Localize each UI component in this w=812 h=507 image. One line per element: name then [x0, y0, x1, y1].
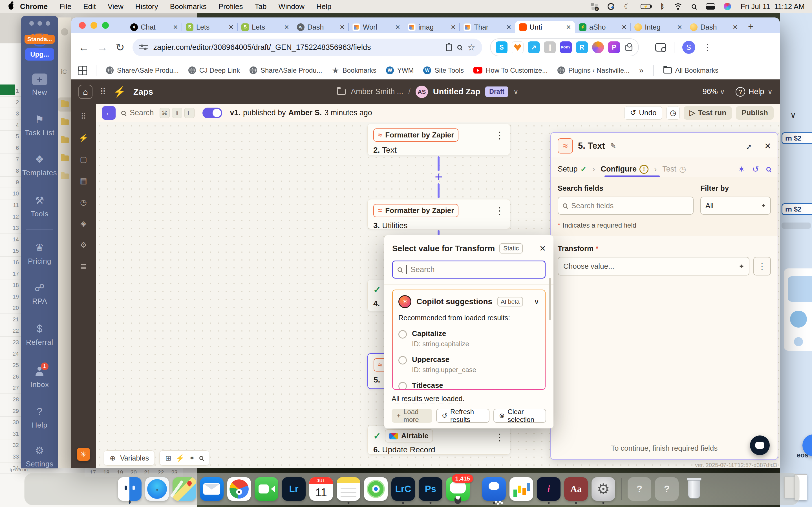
add-step-button[interactable]: + [433, 170, 445, 183]
back-to-zaps-button[interactable]: ← [102, 106, 116, 120]
dock-unknown[interactable]: ? [627, 477, 651, 501]
window-controls-inactive[interactable] [29, 21, 50, 25]
tab-close-icon[interactable]: × [621, 22, 627, 32]
browser-tab-thar[interactable]: Thar× [460, 21, 515, 33]
upgrade-button[interactable]: Upg... [25, 48, 54, 61]
tab-close-icon[interactable]: × [172, 22, 179, 32]
rail-tables-icon[interactable]: ▦ [77, 174, 90, 187]
zoom-lens-icon[interactable] [457, 45, 462, 50]
dock-facetime[interactable] [255, 477, 278, 501]
network-status-icon[interactable] [608, 3, 614, 10]
search-tabs-icon[interactable] [655, 43, 666, 52]
window-controls[interactable] [79, 22, 109, 29]
menu-item-profiles[interactable]: Profiles [213, 2, 249, 11]
apple-logo-icon[interactable] [8, 3, 14, 10]
forward-icon[interactable]: → [97, 41, 108, 54]
menu-item-edit[interactable]: Edit [77, 2, 102, 11]
bookmark-0[interactable]: ShareASale Produ... [106, 66, 179, 75]
extensions-puzzle-icon[interactable] [624, 43, 633, 52]
dock-system-settings[interactable]: ⚙ [592, 477, 615, 501]
zoom-level-button[interactable]: 96% ∨ [703, 87, 725, 96]
tab-close-icon[interactable]: × [284, 22, 290, 32]
dock-dictionary[interactable]: Aa [564, 477, 588, 501]
clipboard-icon[interactable] [446, 44, 452, 51]
menu-item-history[interactable]: History [130, 2, 164, 11]
tab-close-icon[interactable]: × [450, 22, 456, 32]
transform-option-titlecase[interactable]: TitlecaseID: string.titlecase [398, 381, 539, 390]
minimize-window-button[interactable] [91, 22, 97, 29]
step-menu-icon[interactable]: ⋮ [495, 432, 504, 443]
filter-by-select[interactable]: All [700, 196, 771, 215]
swatch-ext-icon[interactable] [592, 41, 604, 53]
back-icon[interactable]: ← [79, 41, 89, 54]
dock-findmy[interactable] [364, 477, 388, 501]
version-link[interactable]: v1. [230, 108, 241, 117]
poky-ext-icon[interactable]: POKY [560, 41, 572, 53]
search-icon[interactable] [766, 167, 771, 172]
sidebar-item-referral[interactable]: $Referral [26, 323, 53, 347]
modal-scrollbar[interactable] [549, 278, 551, 320]
dock-mail[interactable] [200, 477, 223, 501]
bookmark-5[interactable]: Site Tools [423, 66, 464, 75]
dock-octoparse[interactable] [482, 477, 506, 501]
tab-test[interactable]: Test◷ [662, 165, 686, 174]
zap-title[interactable]: Untitled Zap [433, 87, 480, 96]
profile-avatar[interactable]: S [682, 41, 695, 54]
tab-close-icon[interactable]: × [732, 22, 738, 32]
history-button[interactable]: ◷ [666, 106, 680, 120]
step-card-2[interactable]: ≈Formatter by Zapier ⋮ 2.Text [367, 124, 510, 155]
dock-lightroom-classic[interactable]: LrC [391, 477, 415, 501]
menu-item-chrome[interactable]: Chrome [20, 2, 54, 11]
sidebar-item-pricing[interactable]: ♛Pricing [28, 241, 51, 266]
sidebar-item-rpa[interactable]: ☍RPA [32, 281, 47, 305]
sidebar-item-task-list[interactable]: ⚑Task List [25, 113, 55, 137]
variables-button[interactable]: ⊕ Variables [104, 450, 155, 466]
tab-configure[interactable]: Configure! [601, 165, 649, 174]
browser-tab-lets[interactable]: SLets× [182, 21, 238, 33]
bookmark-4[interactable]: YWM [386, 66, 414, 75]
test-run-button[interactable]: ▷Test run [684, 106, 732, 120]
menu-item-window[interactable]: Window [272, 2, 310, 11]
sidebar-item-tools[interactable]: ⚒Tools [31, 194, 49, 218]
search-fields-input[interactable]: Search fields [558, 196, 694, 215]
field-menu-button[interactable]: ⋮ [753, 257, 771, 276]
chevron-down-icon[interactable]: ∨ [513, 88, 518, 96]
close-icon[interactable]: × [765, 140, 771, 152]
bookmark-7[interactable]: Plugins ‹ Nashville... [557, 66, 629, 75]
omnibox[interactable]: zapier.com/editor/308964005/draft/_GEN_1… [133, 39, 482, 56]
search-steps-button[interactable]: Search [121, 108, 154, 117]
dock-unknown[interactable]: ? [655, 477, 679, 501]
refresh-results-button[interactable]: ↺Refresh results [436, 409, 490, 423]
app-switcher-icon[interactable]: ⠿ [100, 87, 106, 97]
new-tab-button[interactable]: + [744, 20, 757, 33]
tab-close-icon[interactable]: × [339, 22, 345, 32]
dock-chrome[interactable] [227, 477, 251, 501]
tab-close-icon[interactable]: × [395, 22, 401, 32]
battery-icon[interactable] [641, 4, 651, 9]
bookmark-star-icon[interactable]: ☆ [467, 42, 475, 53]
dock-numbers[interactable] [509, 477, 533, 501]
browser-tab-unti[interactable]: Unti× [515, 21, 575, 33]
octoparse-extension-button[interactable]: ✳ [77, 448, 90, 461]
tab-close-icon[interactable]: × [228, 22, 234, 32]
sidebar-item-inbox[interactable]: Inbox1 [30, 365, 49, 389]
grid-icon[interactable]: ⊞ [165, 454, 171, 462]
chat-widget-button[interactable] [750, 436, 770, 455]
radio-icon[interactable] [398, 356, 407, 364]
sidebar-item-help[interactable]: ?Help [32, 405, 47, 430]
bookmark-6[interactable]: How To Customize... [473, 66, 548, 75]
tab-close-icon[interactable]: × [506, 22, 512, 32]
help-button[interactable]: ? Help ∨ [735, 87, 772, 97]
control-center-icon[interactable] [706, 3, 714, 10]
bookmark-2[interactable]: ShareASale Produ... [250, 66, 322, 75]
dock-calendar[interactable]: JUL11 [309, 477, 333, 501]
chevron-down-icon[interactable]: ∨ [534, 297, 539, 306]
step-card-6[interactable]: ✓ Airtable ⋮ 6.Update Record [367, 426, 510, 455]
reload-icon[interactable]: ↻ [116, 41, 124, 54]
dock-finder[interactable] [118, 477, 142, 501]
wand-icon[interactable]: ✶ [189, 454, 195, 462]
dock-maps[interactable] [172, 477, 196, 501]
close-icon[interactable]: × [540, 242, 546, 255]
sidebar-item-templates[interactable]: ❖Templates [22, 153, 57, 177]
share-ext-icon[interactable]: ↗ [528, 41, 540, 53]
